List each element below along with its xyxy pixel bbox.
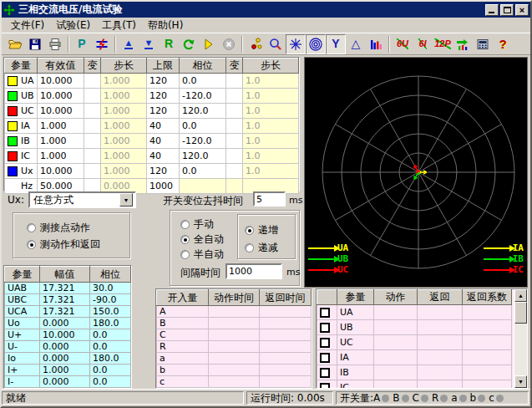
minimize-button[interactable] xyxy=(485,4,499,16)
check-cell[interactable] xyxy=(317,305,337,320)
decrease-option[interactable]: 递减 xyxy=(245,241,278,255)
step-cell[interactable]: 1.000 xyxy=(101,119,147,134)
twelve-p-button[interactable]: 12P xyxy=(433,34,453,54)
debounce-input[interactable] xyxy=(253,191,286,207)
zoom-button[interactable] xyxy=(266,34,286,54)
rms-cell[interactable]: 1.000 xyxy=(38,149,84,164)
title-bar[interactable]: 三相交流电压/电流试验 × xyxy=(2,2,530,18)
limit-cell[interactable]: 40 xyxy=(147,149,180,164)
vary-cell[interactable] xyxy=(84,149,101,164)
phase-step-cell[interactable]: 1.0 xyxy=(243,89,299,104)
manual-option[interactable]: 手动 xyxy=(180,217,214,232)
scroll-up-button[interactable]: ▲ xyxy=(514,289,527,302)
open-button[interactable] xyxy=(5,34,25,54)
action-return-option[interactable]: 测动作和返回 xyxy=(27,237,100,252)
result-table-scrollbar[interactable]: ▲ ▼ xyxy=(514,289,527,388)
interval-input[interactable] xyxy=(225,263,282,279)
ux-combobox[interactable]: 任意方式 ▼ xyxy=(28,191,136,208)
six-i-button[interactable]: 6I xyxy=(413,34,433,54)
six-u-button[interactable]: 6U xyxy=(393,34,413,54)
vary-cell[interactable] xyxy=(226,119,243,134)
increase-option[interactable]: 递增 xyxy=(245,223,278,237)
step-cell[interactable]: 1.000 xyxy=(101,74,147,89)
rms-cell[interactable]: 10.000 xyxy=(38,164,84,179)
radio-icon[interactable] xyxy=(27,223,36,232)
menu-help[interactable]: 帮助(H) xyxy=(142,18,189,33)
phase-cell[interactable]: 0.0 xyxy=(180,74,226,89)
vary-cell[interactable] xyxy=(226,164,243,179)
check-cell[interactable] xyxy=(317,335,337,350)
scrollbar-thumb[interactable] xyxy=(514,302,527,324)
check-cell[interactable] xyxy=(317,365,337,380)
phase-step-cell[interactable]: 1.0 xyxy=(243,104,299,119)
menu-file[interactable]: 文件(F) xyxy=(5,18,50,33)
phasor-button[interactable] xyxy=(246,34,266,54)
vary-cell[interactable] xyxy=(226,104,243,119)
y-view-button[interactable]: Y xyxy=(326,34,346,54)
rms-cell[interactable]: 1.000 xyxy=(38,134,84,149)
phase-step-cell[interactable]: 1.0 xyxy=(243,74,299,89)
limit-cell[interactable]: 1000 xyxy=(147,179,180,194)
vary-cell[interactable] xyxy=(226,89,243,104)
undo-button[interactable] xyxy=(179,34,199,54)
limit-cell[interactable]: 120 xyxy=(147,164,180,179)
bars-view-button[interactable] xyxy=(366,34,386,54)
print-button[interactable] xyxy=(45,34,65,54)
step-cell[interactable]: 1.000 xyxy=(101,134,147,149)
checkbox-icon[interactable] xyxy=(320,338,330,348)
rings-view-button[interactable] xyxy=(306,34,326,54)
limit-cell[interactable]: 40 xyxy=(147,119,180,134)
check-cell[interactable] xyxy=(317,380,337,390)
vary-cell[interactable] xyxy=(84,164,101,179)
vary-cell[interactable] xyxy=(84,74,101,89)
radio-icon[interactable] xyxy=(180,235,190,244)
limit-cell[interactable]: 120 xyxy=(147,74,180,89)
reset-button[interactable]: R xyxy=(159,34,179,54)
power-output-button[interactable] xyxy=(92,34,112,54)
checkbox-icon[interactable] xyxy=(320,383,330,389)
close-button[interactable]: × xyxy=(515,4,529,16)
checkbox-icon[interactable] xyxy=(320,368,330,378)
contact-action-option[interactable]: 测接点动作 xyxy=(27,221,90,235)
vary-cell[interactable] xyxy=(84,134,101,149)
maximize-button[interactable] xyxy=(500,4,514,16)
check-cell[interactable] xyxy=(317,320,337,335)
phase-step-cell[interactable]: 1.0 xyxy=(243,134,299,149)
semi-auto-option[interactable]: 半自动 xyxy=(180,247,224,262)
step-cell[interactable]: 1.000 xyxy=(101,149,147,164)
phase-step-cell[interactable]: 1.0 xyxy=(243,119,299,134)
phase-step-cell[interactable]: 1.0 xyxy=(243,164,299,179)
checkbox-icon[interactable] xyxy=(320,323,330,333)
phase-cell[interactable]: -120.0 xyxy=(180,134,226,149)
menu-test[interactable]: 试验(E) xyxy=(50,18,96,33)
phase-cell[interactable]: 0.0 xyxy=(180,164,226,179)
vary-cell[interactable] xyxy=(226,149,243,164)
radio-icon[interactable] xyxy=(180,220,190,229)
scrollbar-track[interactable] xyxy=(514,302,527,375)
phase-step-cell[interactable]: 1.0 xyxy=(243,149,299,164)
radio-icon[interactable] xyxy=(245,243,254,252)
step-cell[interactable]: 1.000 xyxy=(101,104,147,119)
phase-cell[interactable]: 120.0 xyxy=(180,104,226,119)
step-down-button[interactable]: ▼ xyxy=(139,34,159,54)
vary-cell[interactable] xyxy=(226,74,243,89)
calculator-button[interactable] xyxy=(473,34,493,54)
vary-cell[interactable] xyxy=(84,119,101,134)
run-button[interactable] xyxy=(199,34,219,54)
delta-view-button[interactable]: △ xyxy=(346,34,366,54)
rms-cell[interactable]: 10.000 xyxy=(38,74,84,89)
radio-icon[interactable] xyxy=(180,250,190,259)
limit-cell[interactable]: 120 xyxy=(147,104,180,119)
output-state-button[interactable] xyxy=(453,34,473,54)
phase-cell[interactable]: 120.0 xyxy=(180,149,226,164)
limit-cell[interactable]: 120 xyxy=(147,89,180,104)
step-cell[interactable]: 1.000 xyxy=(101,164,147,179)
vary-cell[interactable] xyxy=(84,104,101,119)
step-cell[interactable]: 1.000 xyxy=(101,89,147,104)
vary-cell[interactable] xyxy=(84,89,101,104)
radio-icon[interactable] xyxy=(245,226,254,235)
vary-cell[interactable] xyxy=(226,134,243,149)
check-cell[interactable] xyxy=(317,350,337,365)
parameter-p-button[interactable]: P xyxy=(72,34,92,54)
rays-view-button[interactable] xyxy=(286,34,306,54)
